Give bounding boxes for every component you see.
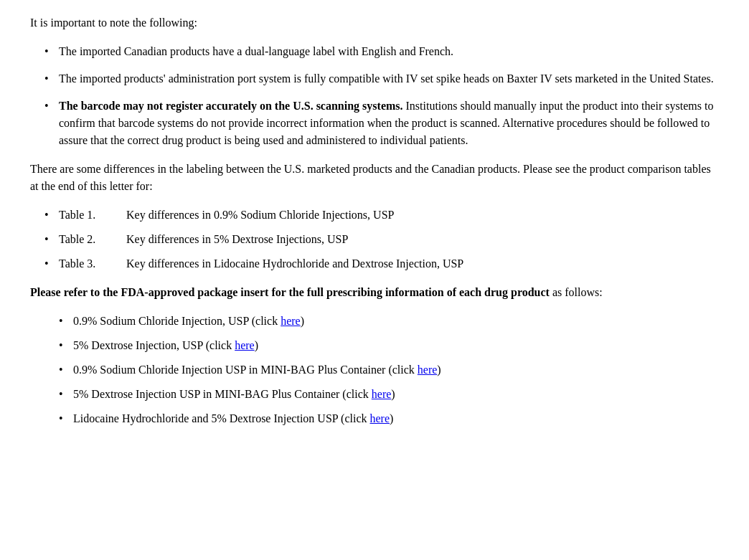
table-list-item-3: Table 3. Key differences in Lidocaine Hy…	[44, 255, 719, 272]
fda-link-1[interactable]: here	[281, 315, 301, 327]
fda-link-item-1: 0.9% Sodium Chloride Injection, USP (cli…	[59, 313, 719, 330]
fda-link-after-4: )	[391, 388, 395, 400]
fda-link-3[interactable]: here	[418, 364, 438, 376]
table-1-description: Key differences in 0.9% Sodium Chloride …	[126, 209, 394, 221]
fda-link-before-5: Lidocaine Hydrochloride and 5% Dextrose …	[73, 412, 370, 424]
fda-link-before-4: 5% Dextrose Injection USP in MINI-BAG Pl…	[73, 388, 372, 400]
main-content: It is important to note the following: T…	[30, 14, 719, 427]
fda-link-item-3: 0.9% Sodium Chloride Injection USP in MI…	[59, 361, 719, 379]
fda-normal-text: as follows:	[550, 286, 603, 298]
table-3-label: Table 3.	[59, 255, 123, 272]
fda-link-after-1: )	[301, 315, 304, 327]
fda-link-5[interactable]: here	[370, 412, 390, 424]
list-item: The imported Canadian products have a du…	[44, 43, 719, 60]
important-notes-list: The imported Canadian products have a du…	[30, 43, 719, 149]
fda-link-after-2: )	[255, 339, 258, 351]
fda-links-list: 0.9% Sodium Chloride Injection, USP (cli…	[30, 313, 719, 427]
fda-link-before-3: 0.9% Sodium Chloride Injection USP in MI…	[73, 364, 418, 376]
table-list: Table 1. Key differences in 0.9% Sodium …	[30, 207, 719, 272]
comparison-paragraph: There are some differences in the labeli…	[30, 161, 719, 195]
fda-link-before-1: 0.9% Sodium Chloride Injection, USP (cli…	[73, 315, 281, 327]
list-item: The imported products' administration po…	[44, 70, 719, 87]
list-item-text: The imported Canadian products have a du…	[59, 45, 453, 57]
table-2-description: Key differences in 5% Dextrose Injection…	[126, 233, 348, 245]
fda-link-item-2: 5% Dextrose Injection, USP (click here)	[59, 337, 719, 354]
fda-link-item-4: 5% Dextrose Injection USP in MINI-BAG Pl…	[59, 386, 719, 403]
barcode-bold-text: The barcode may not register accurately …	[59, 100, 403, 112]
list-item-text: The imported products' administration po…	[59, 72, 714, 85]
table-1-label: Table 1.	[59, 207, 123, 224]
table-2-label: Table 2.	[59, 231, 123, 248]
fda-paragraph: Please refer to the FDA-approved package…	[30, 284, 719, 301]
table-3-description: Key differences in Lidocaine Hydrochlori…	[126, 257, 463, 270]
table-list-item-2: Table 2. Key differences in 5% Dextrose …	[44, 231, 719, 248]
intro-note: It is important to note the following:	[30, 14, 719, 32]
table-list-item-1: Table 1. Key differences in 0.9% Sodium …	[44, 207, 719, 224]
fda-link-4[interactable]: here	[372, 388, 392, 400]
fda-link-before-2: 5% Dextrose Injection, USP (click	[73, 339, 235, 351]
fda-link-item-5: Lidocaine Hydrochloride and 5% Dextrose …	[59, 410, 719, 427]
fda-link-2[interactable]: here	[235, 339, 255, 351]
fda-bold-text: Please refer to the FDA-approved package…	[30, 286, 550, 298]
list-item-barcode: The barcode may not register accurately …	[44, 98, 719, 149]
fda-link-after-5: )	[390, 412, 393, 424]
fda-link-after-3: )	[437, 364, 441, 376]
